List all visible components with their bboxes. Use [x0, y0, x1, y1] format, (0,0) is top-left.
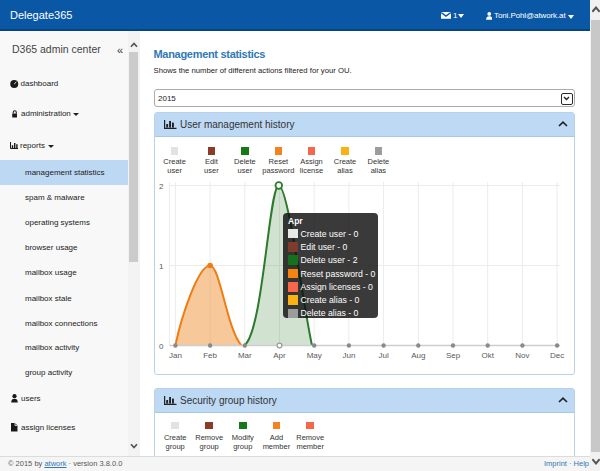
svg-text:Jan: Jan: [169, 351, 182, 360]
svg-text:Okt: Okt: [481, 351, 494, 360]
svg-text:Dec: Dec: [550, 351, 564, 360]
svg-text:Apr: Apr: [273, 351, 286, 360]
svg-text:Aug: Aug: [411, 351, 425, 360]
svg-text:Sep: Sep: [446, 351, 461, 360]
svg-text:Jul: Jul: [378, 351, 388, 360]
svg-text:1: 1: [159, 262, 164, 271]
svg-text:May: May: [307, 351, 322, 360]
svg-text:Jun: Jun: [342, 351, 355, 360]
svg-text:Nov: Nov: [515, 351, 529, 360]
svg-text:0: 0: [159, 342, 164, 351]
svg-text:2: 2: [159, 182, 164, 191]
svg-text:Feb: Feb: [203, 351, 217, 360]
svg-text:Mar: Mar: [238, 351, 252, 360]
